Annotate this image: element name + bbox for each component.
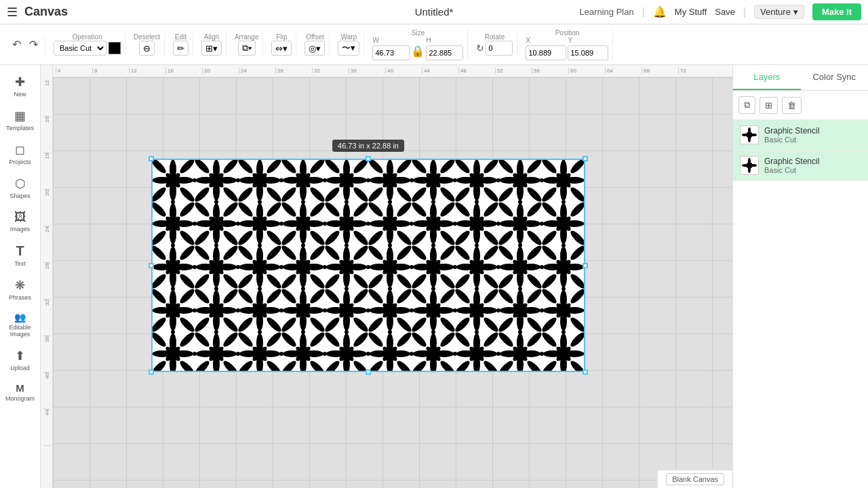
deselect-button[interactable]: ⊖ <box>139 41 155 56</box>
sidebar-item-upload[interactable]: ⬆ Upload <box>0 344 40 375</box>
layer-thumb-2 <box>740 156 759 175</box>
resize-handle-ml[interactable] <box>149 263 154 268</box>
resize-handle-mr[interactable] <box>583 263 588 268</box>
layer-sub-2: Basic Cut <box>764 166 819 174</box>
size-tooltip: 46.73 in x 22.88 in <box>332 140 404 152</box>
ruler-mark: 36 <box>349 68 385 74</box>
group-button[interactable]: ⊞ <box>760 97 778 114</box>
sidebar-item-editable-images[interactable]: 👥 Editable Images <box>0 308 40 342</box>
ruler-mark-v: 40 <box>43 373 50 409</box>
warp-button[interactable]: 〜▾ <box>338 41 359 56</box>
separator-1: | <box>642 6 645 18</box>
stencil-container[interactable]: 46.73 in x 22.88 in <box>151 159 585 372</box>
offset-section: Offset ◎▾ <box>300 33 330 56</box>
resize-handle-tl[interactable] <box>149 156 154 161</box>
venture-button[interactable]: Venture ▾ <box>754 5 804 19</box>
offset-button[interactable]: ◎▾ <box>304 41 325 56</box>
ruler-mark: 68 <box>642 68 678 74</box>
redo-button[interactable]: ↷ <box>26 37 41 52</box>
arrange-label: Arrange <box>235 33 259 41</box>
ruler-mark: 32 <box>312 68 349 74</box>
ruler-mark: 60 <box>568 68 605 74</box>
monogram-icon: M <box>16 382 24 394</box>
resize-handle-br[interactable] <box>583 369 588 375</box>
my-stuff-link[interactable]: My Stuff <box>675 7 707 17</box>
right-panel: Layers Color Sync ⧉ ⊞ 🗑 <box>732 65 868 488</box>
save-button[interactable]: Save <box>715 7 735 17</box>
height-input[interactable] <box>426 45 463 60</box>
images-icon: 🖼 <box>14 210 26 224</box>
flip-button[interactable]: ⇔▾ <box>271 41 292 56</box>
size-label: Size <box>412 29 425 37</box>
layer-name-1: Graphic Stencil <box>764 126 819 136</box>
ruler-mark-v: 12 <box>43 80 50 117</box>
sidebar-item-monogram[interactable]: M Monogram <box>0 378 40 406</box>
operation-label: Operation <box>73 33 102 41</box>
arrange-section: Arrange ⧉▾ <box>231 33 264 56</box>
canvas-white: 46.73 in x 22.88 in <box>53 77 732 488</box>
flip-section: Flip ⇔▾ <box>267 33 296 56</box>
ruler-top: 4 8 12 16 20 24 28 32 36 40 44 48 52 56 … <box>53 65 732 77</box>
operation-section: Operation Basic Cut <box>50 33 125 56</box>
sidebar-item-shapes[interactable]: ⬡ Shapes <box>0 172 40 203</box>
ruler-mark: 40 <box>385 68 422 74</box>
sidebar-item-text[interactable]: T Text <box>0 239 40 271</box>
ruler-mark: 56 <box>532 68 568 74</box>
x-input[interactable] <box>526 45 566 60</box>
align-label: Align <box>204 33 219 41</box>
sidebar-item-new[interactable]: ✚ New <box>0 70 40 102</box>
upload-icon: ⬆ <box>15 348 25 363</box>
rotate-input[interactable] <box>486 41 513 56</box>
duplicate-button[interactable]: ⧉ <box>738 96 755 114</box>
position-label: Position <box>555 29 580 37</box>
sidebar-item-templates[interactable]: ▦ Templates <box>0 104 40 136</box>
layer-thumb-1 <box>740 125 759 144</box>
undo-button[interactable]: ↶ <box>9 37 24 52</box>
layer-name-2: Graphic Stencil <box>764 157 819 166</box>
delete-button[interactable]: 🗑 <box>782 97 802 114</box>
width-input[interactable] <box>372 45 410 60</box>
arrange-button[interactable]: ⧉▾ <box>238 41 256 56</box>
make-it-button[interactable]: Make It <box>812 3 861 20</box>
color-swatch[interactable] <box>108 42 121 54</box>
sidebar-item-phrases[interactable]: ❋ Phrases <box>0 274 40 305</box>
ruler-mark: 48 <box>458 68 495 74</box>
ruler-mark: 72 <box>678 68 715 74</box>
sidebar-label-images: Images <box>10 226 31 232</box>
ruler-mark: 4 <box>56 68 92 74</box>
layer-item-2[interactable]: Graphic Stencil Basic Cut <box>733 150 868 181</box>
layer-item-1[interactable]: Graphic Stencil Basic Cut <box>733 120 868 150</box>
align-section: Align ⊞▾ <box>197 33 226 56</box>
learning-plan-link[interactable]: Learning Plan <box>579 7 633 17</box>
tab-color-sync[interactable]: Color Sync <box>801 65 869 90</box>
sidebar-item-projects[interactable]: ◻ Projects <box>0 138 40 169</box>
ruler-mark: 20 <box>202 68 239 74</box>
layer-sub-1: Basic Cut <box>764 136 819 144</box>
layer-thumb-svg-2 <box>741 157 758 174</box>
canvas-area[interactable]: 4 8 12 16 20 24 28 32 36 40 44 48 52 56 … <box>41 65 732 488</box>
operation-select[interactable]: Basic Cut <box>54 41 106 56</box>
align-button[interactable]: ⊞▾ <box>201 41 222 56</box>
resize-handle-tr[interactable] <box>583 156 588 161</box>
resize-handle-bm[interactable] <box>366 369 371 375</box>
ruler-mark-v: 28 <box>43 263 50 300</box>
size-section: Size W 🔒 H <box>368 29 468 60</box>
edit-button[interactable]: ✏ <box>173 41 189 56</box>
resize-handle-bl[interactable] <box>149 369 154 375</box>
editable-images-icon: 👥 <box>14 312 26 323</box>
y-input[interactable] <box>568 45 608 60</box>
ruler-mark-v: 24 <box>43 226 50 263</box>
sidebar-item-images[interactable]: 🖼 Images <box>0 206 40 237</box>
main-area: ✚ New ▦ Templates ◻ Projects ⬡ Shapes 🖼 … <box>0 65 868 488</box>
bell-icon[interactable]: 🔔 <box>653 5 667 18</box>
separator-2: | <box>743 6 746 18</box>
position-section: Position X Y <box>521 29 613 60</box>
tab-layers[interactable]: Layers <box>733 65 801 90</box>
top-bar: ☰ Canvas Untitled* Learning Plan | 🔔 My … <box>0 0 868 24</box>
layer-info-2: Graphic Stencil Basic Cut <box>764 157 819 174</box>
blank-canvas-button[interactable]: Blank Canvas <box>666 473 724 485</box>
resize-handle-tm[interactable] <box>366 156 371 161</box>
hamburger-icon[interactable]: ☰ <box>7 5 18 20</box>
ruler-mark: 44 <box>422 68 458 74</box>
deselect-section: Deselect ⊖ <box>130 33 165 56</box>
